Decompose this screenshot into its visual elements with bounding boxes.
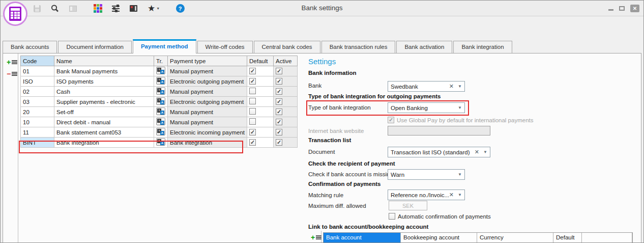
close-button[interactable]: ✕ (630, 5, 639, 12)
cell-active[interactable] (274, 87, 298, 97)
link-column-header-bank-account[interactable]: Bank account (324, 233, 401, 242)
auto-confirm-checkbox[interactable] (389, 213, 395, 220)
favorites-star-icon[interactable]: ★▼ (146, 3, 161, 14)
table-row[interactable]: 01 Bank Manual payments ?A Manual paymen… (21, 66, 298, 76)
default-checkbox[interactable] (249, 98, 256, 104)
tab-write-off-codes[interactable]: Write-off codes (197, 41, 253, 53)
tab-bank-accounts[interactable]: Bank accounts (3, 41, 57, 53)
cell-active[interactable] (274, 117, 298, 127)
translate-button[interactable]: ?A (154, 117, 168, 127)
translate-button[interactable]: ?A (154, 87, 168, 97)
cell-payment-type[interactable]: Manual payment (168, 87, 247, 97)
cell-active[interactable] (274, 138, 298, 148)
cell-name[interactable]: Supplier payments - electronic (54, 97, 154, 107)
column-header-active[interactable]: Active (274, 56, 298, 66)
matching-rule-select[interactable]: Reference no./Invoic... ✕ ▼ (388, 190, 465, 200)
max-diff-input[interactable]: SEK (389, 201, 427, 210)
translate-button[interactable]: ?A (154, 97, 168, 107)
default-checkbox[interactable] (249, 118, 256, 125)
cell-active[interactable] (274, 97, 298, 107)
cell-payment-type[interactable]: Electronic incoming payment (168, 127, 247, 138)
minimize-button[interactable] (608, 9, 613, 11)
cell-payment-type[interactable]: Electronic outgoing payment (168, 97, 247, 107)
cell-active[interactable] (274, 107, 298, 117)
cell-name[interactable]: Bank Manual payments (54, 66, 154, 76)
tab-bank-integration[interactable]: Bank integration (453, 41, 512, 53)
link-column-header-empty[interactable] (582, 233, 632, 242)
column-header-default[interactable]: Default (247, 56, 274, 66)
default-checkbox[interactable] (249, 139, 256, 146)
translate-button[interactable]: ?A (154, 66, 168, 76)
cell-default[interactable] (247, 87, 274, 97)
check-missing-select[interactable]: Warn ▼ (388, 169, 465, 180)
active-checkbox[interactable] (276, 119, 282, 125)
ledger-book-icon[interactable] (128, 3, 138, 14)
cell-code[interactable]: BINT (21, 138, 54, 148)
cell-code[interactable]: ISO (21, 76, 54, 87)
default-checkbox[interactable] (249, 88, 256, 94)
cell-default[interactable] (247, 138, 274, 148)
table-row[interactable]: 10 Direct debit - manual ?A Manual payme… (21, 117, 298, 127)
cell-active[interactable] (274, 76, 298, 87)
modules-grid-icon[interactable] (93, 3, 103, 14)
cell-name[interactable]: ISO payments (54, 76, 154, 87)
chevron-down-icon[interactable]: ▼ (457, 84, 463, 89)
active-checkbox[interactable] (276, 88, 282, 95)
cell-default[interactable] (247, 127, 274, 138)
column-header-payment-type[interactable]: Payment type (168, 56, 247, 66)
cell-code[interactable]: 20 (21, 107, 54, 117)
default-checkbox[interactable] (249, 78, 256, 85)
column-header-tr-[interactable]: Tr. (154, 56, 168, 66)
tab-document-information[interactable]: Document information (58, 41, 132, 53)
cell-payment-type[interactable]: Bank integration (168, 138, 247, 148)
active-checkbox[interactable] (276, 68, 282, 74)
table-row[interactable]: 20 Set-off ?A Manual payment (21, 107, 298, 117)
cell-name[interactable]: Bank statement camt053 (54, 127, 154, 138)
cell-default[interactable] (247, 66, 274, 76)
maximize-button[interactable] (619, 6, 625, 11)
link-add-row-button[interactable]: + (311, 235, 321, 240)
link-column-header-bookkeeping-account[interactable]: Bookkeeping account (401, 233, 477, 242)
settings-sliders-icon[interactable] (110, 3, 121, 14)
default-checkbox[interactable] (249, 129, 256, 136)
cell-name[interactable]: Direct debit - manual (54, 117, 154, 127)
cell-default[interactable] (247, 107, 274, 117)
cell-payment-type[interactable]: Manual payment (168, 107, 247, 117)
active-checkbox[interactable] (276, 78, 282, 85)
document-select[interactable]: Transaction list ISO (standard) ✕ ▼ (388, 147, 490, 157)
translate-button[interactable]: ?A (154, 107, 168, 117)
chevron-down-icon[interactable]: ▼ (457, 105, 463, 110)
translate-button[interactable]: ?A (154, 127, 168, 138)
layout-icon[interactable] (68, 3, 78, 14)
translate-button[interactable]: ?A (154, 76, 168, 87)
type-of-bank-integration-select[interactable]: Open Banking ▼ (388, 102, 465, 113)
cell-code[interactable]: 03 (21, 97, 54, 107)
add-row-button[interactable]: + (7, 60, 17, 65)
bank-select[interactable]: Swedbank ✕ ▼ (388, 81, 465, 92)
translate-button[interactable]: ?A (154, 138, 168, 148)
cell-name[interactable]: Cash (54, 87, 154, 97)
table-row[interactable]: ISO ISO payments ?A Electronic outgoing … (21, 76, 298, 87)
cell-name[interactable]: Set-off (54, 107, 154, 117)
table-row[interactable]: 11 Bank statement camt053 ?A Electronic … (21, 127, 298, 138)
default-checkbox[interactable] (249, 68, 256, 74)
delete-row-button[interactable]: − (7, 71, 17, 76)
cell-code[interactable]: 02 (21, 87, 54, 97)
clear-icon[interactable]: ✕ (475, 149, 479, 155)
tab-central-bank-codes[interactable]: Central bank codes (254, 41, 320, 53)
cell-default[interactable] (247, 117, 274, 127)
table-row[interactable]: BINT Bank Integration ?A Bank integratio… (21, 138, 298, 148)
chevron-down-icon[interactable]: ▼ (457, 172, 463, 177)
cell-code[interactable]: 10 (21, 117, 54, 127)
link-column-header-default[interactable]: Default (553, 233, 582, 242)
cell-payment-type[interactable]: Manual payment (168, 117, 247, 127)
link-column-header-currency[interactable]: Currency (477, 233, 553, 242)
clear-icon[interactable]: ✕ (449, 192, 454, 198)
star-dropdown-chevron-icon[interactable]: ▼ (156, 7, 160, 10)
tab-bank-transaction-rules[interactable]: Bank transaction rules (321, 41, 396, 53)
chevron-down-icon[interactable]: ▼ (482, 150, 488, 154)
column-header-name[interactable]: Name (54, 56, 154, 66)
tab-bank-activation[interactable]: Bank activation (396, 41, 452, 53)
cell-name[interactable]: Bank Integration (54, 138, 154, 148)
table-row[interactable]: 02 Cash ?A Manual payment (21, 87, 298, 97)
